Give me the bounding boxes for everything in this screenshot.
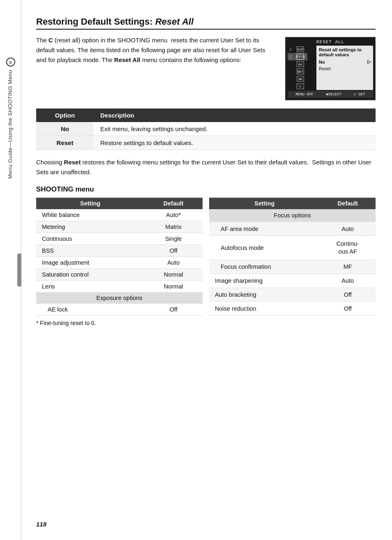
setting-metering: Metering xyxy=(36,221,144,233)
title-prefix: Restoring Default Settings: xyxy=(36,16,155,27)
default-image-adjustment: Auto xyxy=(144,257,203,269)
camera-bottom-bar: MENU OFF ◆SELECT ▷ SET xyxy=(288,91,373,98)
left-setting-header: Setting xyxy=(36,198,144,209)
table-row: Continuous Single xyxy=(36,233,203,245)
camera-menu-item-nr: NR xyxy=(288,75,307,83)
setting-noise-reduction: Noise reduction xyxy=(209,302,320,316)
default-auto-bracketing: Off xyxy=(320,288,376,302)
camera-submenu-option-no: No ▷ xyxy=(319,58,371,65)
camera-menu-item-bkt: BKT xyxy=(288,68,307,75)
default-lens: Normal xyxy=(144,281,203,293)
page-container: o Menu Guide—Using the SHOOTING Menu Res… xyxy=(0,0,392,540)
default-ae-lock: Off xyxy=(144,304,203,316)
setting-image-adjustment: Image adjustment xyxy=(36,257,144,269)
sidebar-text: Menu Guide—Using the SHOOTING Menu xyxy=(7,70,14,179)
table-row-ae-lock: AE lock Off xyxy=(36,304,203,316)
group-label-exposure: Exposure options xyxy=(36,293,203,304)
default-white-balance: Auto* xyxy=(144,209,203,221)
table-row: Saturation control Normal xyxy=(36,269,203,281)
camera-menu-item-exp: 1 EXP xyxy=(288,46,307,53)
camera-menu-item-aq: A◇ xyxy=(288,60,307,68)
default-metering: Matrix xyxy=(144,221,203,233)
table-row-autofocus: Autofocus mode Continu-ous AF xyxy=(209,236,376,260)
footnote: * Fine-tuning reset to 0. xyxy=(36,320,376,326)
camera-submenu: Reset all settings to default values No … xyxy=(316,46,373,90)
page-number: 118 xyxy=(36,521,46,528)
default-focus-confirm: MF xyxy=(320,260,376,274)
setting-bss: BSS xyxy=(36,245,144,257)
top-section: The C (reset all) option in the SHOOTING… xyxy=(36,35,376,100)
option-no: No xyxy=(36,122,94,136)
table-row: Reset Restore settings to default values… xyxy=(36,136,376,150)
group-label-focus: Focus options xyxy=(209,209,376,222)
camera-screen: RESET ALL 1 EXP 2 FOCUS xyxy=(285,37,376,100)
setting-image-sharpening: Image sharpening xyxy=(209,274,320,288)
default-image-sharpening: Auto xyxy=(320,274,376,288)
setting-focus-confirm: Focus confirmation xyxy=(209,260,320,274)
camera-menu-item-c: C xyxy=(288,83,307,90)
camera-menu-item-focus: 2 FOCUS xyxy=(288,53,307,60)
options-table: Option Description No Exit menu, leaving… xyxy=(36,108,376,150)
table-row: White balance Auto* xyxy=(36,209,203,221)
right-setting-header: Setting xyxy=(209,198,320,209)
side-tab xyxy=(17,254,21,286)
table-row: Lens Normal xyxy=(36,281,203,293)
table-row: BSS Off xyxy=(36,245,203,257)
setting-af-area: AF area mode xyxy=(209,222,320,236)
left-settings-table: Setting Default White balance Auto* Mete… xyxy=(36,198,203,316)
main-content: Restoring Default Settings: Reset All Th… xyxy=(21,0,392,540)
sidebar-icon: o xyxy=(6,58,15,67)
camera-submenu-option-reset: Reset xyxy=(319,65,371,72)
default-continuous: Single xyxy=(144,233,203,245)
default-af-area: Auto xyxy=(320,222,376,236)
group-row-focus: Focus options xyxy=(209,209,376,222)
option-reset: Reset xyxy=(36,136,94,150)
right-default-header: Default xyxy=(320,198,376,209)
settings-wrapper: Setting Default White balance Auto* Mete… xyxy=(36,198,376,316)
section-title: Restoring Default Settings: Reset All xyxy=(36,16,376,30)
table-row: Metering Matrix xyxy=(36,221,203,233)
intro-text: The C (reset all) option in the SHOOTING… xyxy=(36,35,277,100)
left-default-header: Default xyxy=(144,198,203,209)
setting-ae-lock: AE lock xyxy=(36,304,144,316)
shooting-menu-title: SHOOTING menu xyxy=(36,185,376,194)
sidebar-icon-symbol: o xyxy=(9,60,12,65)
group-row-exposure: Exposure options xyxy=(36,293,203,304)
camera-submenu-title: Reset all settings to default values xyxy=(319,47,371,57)
camera-menu-icons: 1 EXP 2 FOCUS A◇ BKT xyxy=(288,46,307,90)
setting-saturation: Saturation control xyxy=(36,269,144,281)
table-row-noise-reduction: Noise reduction Off xyxy=(209,302,376,316)
table-row: Image adjustment Auto xyxy=(36,257,203,269)
description-reset: Restore settings to default values. xyxy=(94,136,376,150)
table-row: No Exit menu, leaving settings unchanged… xyxy=(36,122,376,136)
title-italic: Reset All xyxy=(155,16,194,27)
default-saturation: Normal xyxy=(144,269,203,281)
table-row-auto-bracketing: Auto bracketing Off xyxy=(209,288,376,302)
camera-screen-title: RESET ALL xyxy=(288,39,373,44)
setting-autofocus: Autofocus mode xyxy=(209,236,320,260)
setting-auto-bracketing: Auto bracketing xyxy=(209,288,320,302)
options-table-header-option: Option xyxy=(36,108,94,122)
description-no: Exit menu, leaving settings unchanged. xyxy=(94,122,376,136)
setting-white-balance: White balance xyxy=(36,209,144,221)
table-row-focus-confirm: Focus confirmation MF xyxy=(209,260,376,274)
right-settings-table: Setting Default Focus options AF area mo… xyxy=(209,198,376,316)
default-autofocus: Continu-ous AF xyxy=(320,236,376,260)
setting-continuous: Continuous xyxy=(36,233,144,245)
table-row-image-sharpening: Image sharpening Auto xyxy=(209,274,376,288)
default-noise-reduction: Off xyxy=(320,302,376,316)
sidebar: o Menu Guide—Using the SHOOTING Menu xyxy=(0,0,21,540)
setting-lens: Lens xyxy=(36,281,144,293)
table-row-af-area: AF area mode Auto xyxy=(209,222,376,236)
options-table-header-description: Description xyxy=(94,108,376,122)
default-bss: Off xyxy=(144,245,203,257)
choosing-reset-paragraph: Choosing Reset restores the following me… xyxy=(36,157,376,177)
